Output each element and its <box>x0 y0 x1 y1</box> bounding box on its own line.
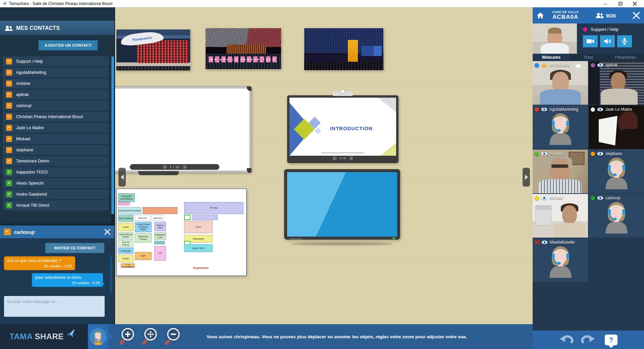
contact-status-icon <box>6 136 12 142</box>
webcam-tile-carlossjr[interactable]: carlossjr <box>589 194 644 238</box>
shared-room-canvas[interactable]: Panasonic WE ARE LA FRENCH TECH 1 / 10 <box>114 7 533 324</box>
contact-status-icon <box>6 92 12 98</box>
chat-scrollbar-thumb[interactable] <box>110 256 112 293</box>
floorplan-zone: International Boost <box>118 232 133 239</box>
contact-row[interactable]: AguilaMarketing <box>3 67 109 78</box>
next-page-icon[interactable] <box>183 165 186 169</box>
chat-close-icon[interactable] <box>104 229 110 235</box>
chat-message-outgoing: pour selectionner le micro 25 octobre - … <box>32 273 103 287</box>
photo-frenchtech-group[interactable]: WE ARE LA FRENCH TECH <box>206 28 281 69</box>
tamashare-logo: TAMASHARE <box>0 324 88 349</box>
webcam-tile-empty <box>589 238 644 282</box>
floorplan-object[interactable]: European Commission Accelerators/Incubat… <box>116 189 247 276</box>
webcam-tile-maellebataille[interactable]: MaelleBataille <box>533 238 588 282</box>
contact-name: Jade Le Maitre <box>16 126 44 130</box>
next-slide-icon[interactable] <box>349 156 353 160</box>
presentation-display-object[interactable]: INTRODUCTION 3 / 90 <box>287 95 398 163</box>
my-avatar-button[interactable] <box>88 324 108 349</box>
previous-page-icon[interactable] <box>163 165 167 169</box>
contact-status-icon <box>6 158 12 164</box>
mic-icon <box>622 38 627 45</box>
help-label: ? <box>609 336 613 344</box>
redo-icon[interactable] <box>581 334 595 346</box>
contact-row[interactable]: Jade Le Maitre <box>3 123 109 133</box>
floorplan-zone: Indiegogo <box>118 248 133 254</box>
webcam-tile-aguilamarketing[interactable]: AguilaMarketing <box>533 105 588 149</box>
webcam-tile-apitrak[interactable]: apitrak <box>589 61 644 105</box>
photo-crowd <box>116 66 190 70</box>
contact-row[interactable]: Alexis Speechi <box>3 178 109 188</box>
participant-name: MaelleBataille <box>550 240 575 245</box>
contact-row[interactable]: Mickael <box>3 134 109 144</box>
canvas-scroll-left-button[interactable] <box>118 168 126 187</box>
visibility-eye-icon[interactable] <box>541 240 548 244</box>
pan-mode-button[interactable] <box>143 328 158 345</box>
contact-row[interactable]: stephane <box>3 145 109 155</box>
canvas-scroll-right-button[interactable] <box>523 168 530 187</box>
tab-parametres[interactable]: Paramètres <box>607 54 644 61</box>
contact-row[interactable]: Tamashare Demo <box>3 156 109 166</box>
photo-panasonic-booth[interactable]: Panasonic <box>116 30 190 70</box>
tab-webcams[interactable]: Webcams <box>533 54 570 61</box>
toggle-mic-button[interactable] <box>617 35 632 47</box>
self-webcam-preview[interactable] <box>533 23 577 54</box>
logo-text-share: SHARE <box>35 332 64 341</box>
webcam-tile-chrispineau[interactable]: chrispineau <box>533 61 588 105</box>
contact-name: Antoine <box>16 81 30 86</box>
add-contact-button[interactable]: AJOUTER UN CONTACT <box>39 40 98 50</box>
visibility-eye-icon[interactable] <box>597 107 603 111</box>
contacts-scrollbar-thumb[interactable] <box>111 56 114 214</box>
toggle-speaker-button[interactable] <box>600 35 615 47</box>
contact-row[interactable]: Support / Help <box>3 56 109 66</box>
visibility-eye-icon[interactable] <box>541 152 547 156</box>
chat-message-input[interactable] <box>4 296 105 317</box>
contact-row[interactable]: carlossjr <box>3 101 109 111</box>
floorplan-zone: CTA Foundation <box>121 263 135 268</box>
message-time: 25 octobre - 9:29 <box>35 281 100 285</box>
slide-page-indicator: 3 / 90 <box>339 157 346 160</box>
display-shadow <box>291 242 393 245</box>
leave-room-icon[interactable] <box>633 12 640 19</box>
contact-row[interactable]: Arnaud TBI Direct <box>3 200 109 210</box>
contact-row[interactable]: Aappadoo TEEO <box>3 167 109 177</box>
status-dot <box>535 196 539 200</box>
contact-row[interactable]: apitrak <box>3 90 109 100</box>
offline-cross-icon <box>535 240 539 245</box>
tab-tchat[interactable]: Tchat <box>570 54 607 61</box>
close-window-button[interactable] <box>633 2 637 6</box>
logo-plane-icon <box>65 328 77 340</box>
visibility-eye-icon[interactable] <box>541 107 547 111</box>
visibility-eye-icon[interactable] <box>541 196 547 200</box>
contact-row[interactable]: Andre Gaiatrend <box>3 189 109 199</box>
contact-row[interactable]: Antoine <box>3 79 109 89</box>
webcam-tile-jade[interactable]: Jade Le Maitre <box>589 105 644 149</box>
zoom-in-button[interactable] <box>120 328 136 345</box>
participant-name: Jade Le Maitre <box>605 107 632 112</box>
floorplan-zone: Sponsor <box>152 215 163 221</box>
contact-row[interactable]: Christian Pineau International Boost <box>3 112 109 122</box>
visibility-eye-icon[interactable] <box>597 63 603 67</box>
message-time: 25 octobre - 9:29 <box>7 264 72 268</box>
visibility-eye-icon[interactable] <box>597 196 603 200</box>
whiteboard-object[interactable]: 1 / 10 <box>114 87 251 172</box>
invite-contact-button[interactable]: INVITER CE CONTACT <box>45 243 104 253</box>
home-icon[interactable] <box>537 12 544 19</box>
minimize-button[interactable] <box>603 2 608 6</box>
restore-button[interactable] <box>618 2 623 6</box>
webcam-tile-stephane[interactable]: stephane <box>589 150 644 193</box>
help-button[interactable]: ? <box>605 335 618 345</box>
webcam-tile-mickael[interactable]: Mickael <box>533 194 588 238</box>
blue-screen-display-object[interactable] <box>284 169 400 240</box>
status-dot <box>591 196 595 200</box>
floorplan-zone: Accelerators/Incubators <box>118 207 141 214</box>
floorplan-zone <box>118 202 130 205</box>
contact-status-icon <box>6 58 12 64</box>
floorplan-zone: Xtreme Tech <box>154 222 166 231</box>
previous-slide-icon[interactable] <box>333 156 336 160</box>
photo-expo-hall[interactable] <box>304 28 383 70</box>
webcam-tile-antoine[interactable]: Antoine <box>533 150 588 193</box>
undo-icon[interactable] <box>559 334 574 346</box>
visibility-eye-icon[interactable] <box>597 152 603 156</box>
zoom-out-button[interactable] <box>166 328 181 345</box>
toggle-camera-button[interactable] <box>583 35 598 47</box>
